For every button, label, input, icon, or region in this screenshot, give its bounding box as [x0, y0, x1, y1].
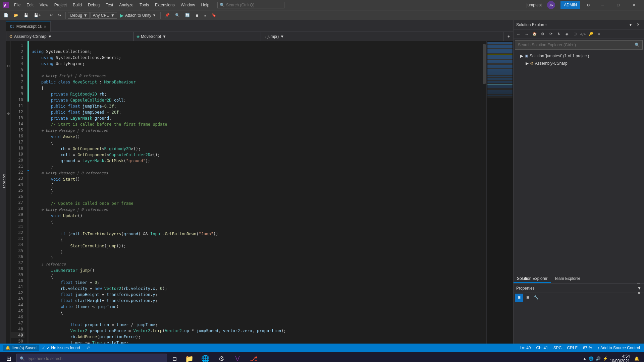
minimap[interactable] [486, 41, 513, 344]
se-pin-btn[interactable]: ─ [620, 21, 627, 28]
volume-icon[interactable]: 🔊 [596, 356, 601, 361]
file-explorer-btn[interactable]: 📁 [182, 353, 197, 362]
prop-pin-btn[interactable]: ─ [637, 281, 641, 286]
format-btn[interactable]: ≡ [202, 12, 209, 19]
project-expand-icon: ▶ [526, 61, 529, 66]
code-editor[interactable]: ⊖ ⊖ 1 2 3 4 5 6 7 8 9 10 [6, 41, 513, 344]
debug-config-label: Debug [70, 13, 82, 18]
se-expand-btn[interactable]: ▼ [627, 21, 634, 28]
notification-btn[interactable]: 🔔 [632, 354, 641, 362]
se-search[interactable]: 🔍 [515, 40, 643, 50]
minimize-button[interactable]: ─ [595, 0, 610, 10]
visual-studio-btn[interactable]: V [230, 353, 245, 362]
menu-window[interactable]: Window [178, 1, 198, 9]
se-code-btn[interactable]: </> [579, 31, 587, 38]
scrollbar-thumb[interactable] [483, 44, 486, 84]
undo-btn[interactable]: ↩ [47, 12, 55, 19]
bookmark-btn[interactable]: 🔖 [209, 12, 219, 19]
start-button[interactable]: ⊞ [3, 353, 15, 362]
menu-help[interactable]: Help [198, 1, 212, 9]
prop-expand-btn[interactable]: ▼ [637, 286, 641, 291]
se-search-input[interactable] [518, 43, 633, 47]
refresh-btn[interactable]: 🔄 [183, 12, 192, 19]
movescript-tab[interactable]: C# MoveScript.cs ✕ [6, 21, 51, 32]
save-all-btn[interactable]: 💾+ [32, 12, 43, 19]
prop-grid-btn[interactable]: ⊞ [515, 294, 523, 302]
tab-close-icon[interactable]: ✕ [44, 25, 46, 28]
tab-solution-explorer[interactable]: Solution Explorer [514, 275, 551, 283]
namespace-dropdown[interactable]: ⚙ Assembly-CSharp ▼ [6, 32, 133, 41]
cpu-dropdown[interactable]: Any CPU ▼ [91, 12, 117, 19]
zoom-status[interactable]: 67 % [582, 346, 593, 350]
settings-icon[interactable]: ⚙ [584, 2, 592, 9]
title-search-input[interactable] [226, 3, 280, 7]
se-prop-btn[interactable]: 🔑 [587, 31, 595, 38]
menu-edit[interactable]: Edit [24, 1, 36, 9]
issues-status: ✓ ✓ No issues found [42, 346, 80, 350]
se-home-btn[interactable]: 🏠 [531, 31, 538, 38]
editor-area: C# MoveScript.cs ✕ ⚙ Assembly-CSharp ▼ ◈… [6, 20, 513, 344]
menu-tools[interactable]: Tools [137, 1, 152, 9]
menu-build[interactable]: Build [70, 1, 85, 9]
task-view-btn[interactable]: ⊟ [168, 353, 180, 362]
menu-analyze[interactable]: Analyze [116, 1, 136, 9]
save-btn[interactable]: 💾 [21, 12, 31, 19]
prop-settings-btn[interactable]: 🔧 [532, 294, 540, 302]
admin-button[interactable]: ADMIN [560, 1, 580, 9]
menu-file[interactable]: File [11, 1, 23, 9]
file-tab-icon: C# [10, 25, 14, 28]
project-name: jumptest [527, 3, 542, 7]
debug-config-dropdown[interactable]: Debug ▼ [68, 12, 90, 19]
git-btn[interactable]: ⎇ [246, 353, 261, 362]
se-header-buttons: ─ ▼ ✕ [620, 21, 641, 28]
prop-category-btn[interactable]: ⊟ [524, 294, 532, 302]
chrome-btn[interactable]: 🌐 [198, 353, 213, 362]
se-config-btn[interactable]: ⚙ [539, 31, 546, 38]
title-search-box[interactable]: 🔍 [217, 2, 284, 8]
menu-view[interactable]: View [37, 1, 51, 9]
menu-test[interactable]: Test [103, 1, 116, 9]
se-back-btn[interactable]: ← [515, 31, 522, 38]
new-tab-btn[interactable]: + [504, 32, 513, 41]
editor-scrollbar[interactable] [482, 41, 486, 344]
toolbox[interactable]: Toolbox [0, 20, 6, 344]
class-dropdown[interactable]: ◈ MoveScript ▼ [133, 32, 261, 41]
member-dropdown[interactable]: ⬩ jump() ▼ [261, 32, 504, 41]
breakpoint-btn[interactable]: ⏺ [193, 12, 201, 19]
add-source-control[interactable]: ↑ Add to Source Control [596, 346, 641, 350]
redo-btn[interactable]: ↪ [56, 12, 63, 19]
zoom-label: 67 % [583, 346, 592, 350]
menu-extensions[interactable]: Extensions [152, 1, 177, 9]
taskbar-search-input[interactable] [27, 356, 154, 361]
maximize-button[interactable]: □ [610, 0, 626, 10]
properties-panel: Properties ─ ▼ ✕ ⊞ ⊟ 🔧 [514, 283, 644, 344]
code-content[interactable]: using System.Collections; using System.C… [29, 41, 482, 344]
se-forward-btn[interactable]: → [523, 31, 530, 38]
attach-to-unity-button[interactable]: ▶ Attach to Unity ▼ [118, 11, 158, 19]
se-expand-all-btn[interactable]: ⊞ [571, 31, 579, 38]
menu-project[interactable]: Project [52, 1, 69, 9]
se-show-all-btn[interactable]: ≡ [595, 31, 603, 38]
pin-btn[interactable]: 📌 [163, 12, 172, 19]
se-refresh-btn[interactable]: ↻ [555, 31, 562, 38]
up-arrow-icon[interactable]: ▲ [583, 356, 587, 361]
magnify-btn[interactable]: 🔍 [173, 12, 182, 19]
tab-team-explorer[interactable]: Team Explorer [551, 275, 583, 283]
se-close-btn[interactable]: ✕ [635, 21, 641, 28]
se-filter-btn[interactable]: ◈ [563, 31, 571, 38]
network-icon[interactable]: 🌐 [589, 356, 594, 361]
sep1 [45, 12, 45, 19]
clock[interactable]: 4:54 10/03/2021 [610, 354, 630, 362]
close-button[interactable]: ✕ [626, 0, 641, 10]
taskbar-search[interactable]: 🔍 [16, 354, 167, 362]
solution-root-item[interactable]: ▶ ▣ Solution 'jumptest' (1 of 1 project) [514, 52, 644, 60]
se-sync-btn[interactable]: ⟳ [547, 31, 554, 38]
new-file-btn[interactable]: 📄 [1, 12, 11, 19]
user-avatar[interactable]: JR [547, 1, 555, 9]
menu-debug[interactable]: Debug [85, 1, 102, 9]
project-item[interactable]: ▶ ⚙ Assembly-CSharp [514, 60, 644, 67]
open-file-btn[interactable]: 📂 [11, 12, 21, 19]
nav-bar: ⚙ Assembly-CSharp ▼ ◈ MoveScript ▼ ⬩ jum… [6, 32, 513, 41]
settings-taskbar-btn[interactable]: ⚙ [214, 353, 229, 362]
vs-logo-icon: V [3, 2, 9, 8]
